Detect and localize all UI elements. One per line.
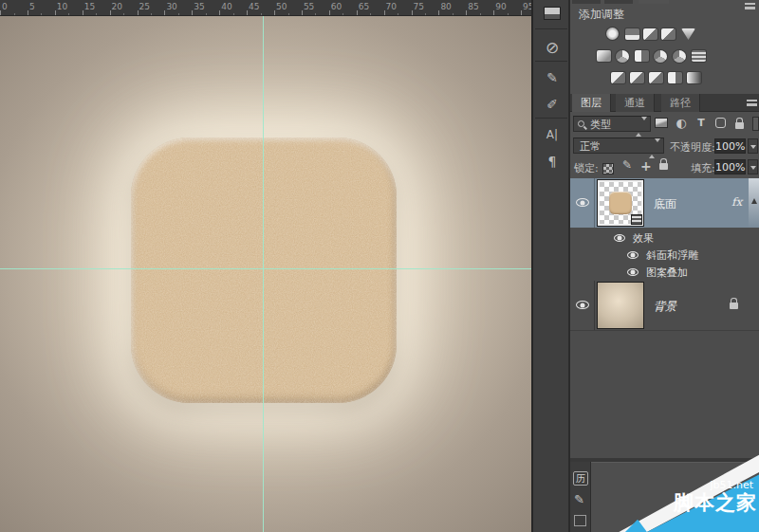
tab-stub-active[interactable] bbox=[639, 0, 669, 4]
ruler-tick bbox=[83, 10, 83, 15]
ruler-tick bbox=[357, 10, 358, 15]
brush-panel-icon[interactable]: ✎ bbox=[540, 66, 565, 89]
checker-glyph bbox=[602, 163, 614, 174]
pixel-layers-filter-icon[interactable] bbox=[654, 116, 669, 130]
threshold-icon[interactable] bbox=[649, 72, 663, 83]
visibility-eye-icon[interactable] bbox=[576, 301, 589, 309]
photo-filter-icon[interactable] bbox=[654, 50, 667, 63]
adjustment-layers-filter-icon[interactable]: ◐ bbox=[674, 116, 689, 130]
selective-color-icon[interactable] bbox=[668, 72, 682, 83]
black-white-icon[interactable] bbox=[635, 50, 649, 62]
tool-presets-icon[interactable]: ✐ bbox=[540, 93, 565, 116]
ruler-label: 20 bbox=[112, 2, 122, 11]
divider bbox=[535, 61, 567, 62]
visibility-eye-icon[interactable] bbox=[614, 234, 625, 242]
ruler-tick bbox=[28, 10, 28, 15]
brightness-contrast-icon[interactable] bbox=[606, 28, 619, 40]
image-panel-icon[interactable] bbox=[540, 2, 565, 25]
horizontal-guide[interactable] bbox=[0, 268, 531, 269]
opacity-value[interactable]: 100% bbox=[714, 138, 746, 154]
fx-badge[interactable]: fx bbox=[731, 195, 742, 209]
effect-pattern-label: 图案叠加 bbox=[646, 266, 688, 280]
tab-stub[interactable] bbox=[604, 0, 633, 4]
ruler-label: 15 bbox=[84, 2, 95, 11]
pencil-panel-icon[interactable]: ✎ bbox=[574, 492, 584, 506]
filter-toggle[interactable] bbox=[752, 117, 759, 131]
partial-panel-icon[interactable] bbox=[574, 515, 586, 526]
scrollbar-up-arrow[interactable] bbox=[749, 178, 759, 228]
ruler-label: 75 bbox=[414, 2, 424, 11]
tab-stub[interactable] bbox=[572, 0, 601, 4]
tab-layers[interactable]: 图层 bbox=[572, 94, 611, 112]
shape-glyph bbox=[715, 118, 726, 128]
lock-all-icon[interactable] bbox=[659, 156, 668, 174]
smart-object-filter-icon[interactable] bbox=[731, 116, 747, 130]
visibility-eye-icon[interactable] bbox=[576, 198, 589, 207]
hue-saturation-icon[interactable] bbox=[597, 50, 611, 62]
paragraph-panel-icon[interactable]: ¶ bbox=[540, 150, 565, 173]
tab-channels[interactable]: 通道 bbox=[616, 94, 655, 112]
ruler[interactable]: 05101520253035404550556065707580859095 bbox=[0, 0, 531, 16]
history-panel-icon[interactable]: 历 bbox=[573, 471, 588, 486]
ruler-minor-tick bbox=[480, 13, 481, 15]
ruler-minor-tick bbox=[151, 13, 152, 15]
effect-pattern-row[interactable]: 图案叠加 bbox=[570, 264, 759, 281]
visibility-eye-icon[interactable] bbox=[627, 268, 639, 276]
effect-bevel-row[interactable]: 斜面和浮雕 bbox=[570, 247, 759, 264]
tab-paths[interactable]: 路径 bbox=[661, 94, 700, 112]
ruler-tick bbox=[55, 10, 56, 15]
lock-transparency-icon[interactable] bbox=[602, 160, 614, 178]
exposure-icon[interactable] bbox=[661, 28, 676, 40]
levels-icon[interactable] bbox=[625, 28, 639, 40]
layer-row-dimian[interactable]: 底面 fx bbox=[570, 178, 759, 228]
icon-artwork[interactable] bbox=[131, 138, 397, 403]
gradient-map-icon[interactable] bbox=[687, 72, 701, 83]
blend-mode-dropdown[interactable]: 正常 bbox=[573, 138, 664, 154]
vibrance-icon[interactable] bbox=[681, 28, 695, 40]
shape-layers-filter-icon[interactable] bbox=[713, 116, 728, 130]
ruler-minor-tick bbox=[41, 13, 42, 15]
stepper-icon bbox=[636, 119, 647, 134]
ruler-label: 40 bbox=[221, 2, 231, 11]
ruler-minor-tick bbox=[425, 13, 426, 15]
vertical-guide[interactable] bbox=[263, 16, 264, 532]
ruler-label: 55 bbox=[304, 2, 314, 11]
color-lookup-icon[interactable] bbox=[692, 50, 706, 62]
invert-icon[interactable] bbox=[611, 72, 625, 83]
pattern-badge-icon bbox=[631, 214, 642, 225]
layer-thumbnail[interactable] bbox=[597, 282, 644, 329]
document-canvas[interactable] bbox=[0, 16, 531, 532]
filter-kind-dropdown[interactable]: 类型 bbox=[573, 116, 651, 132]
posterize-icon[interactable] bbox=[630, 72, 644, 83]
ruler-minor-tick bbox=[178, 13, 179, 15]
lock-position-icon[interactable]: + bbox=[640, 158, 652, 174]
color-balance-icon[interactable] bbox=[616, 50, 629, 63]
fill-dropdown-arrow[interactable] bbox=[748, 159, 758, 174]
curves-icon[interactable] bbox=[643, 28, 657, 40]
ruler-tick bbox=[274, 10, 275, 15]
clone-source-icon[interactable]: ⊘ bbox=[540, 36, 565, 59]
layer-name[interactable]: 底面 bbox=[654, 196, 676, 212]
channel-mixer-icon[interactable] bbox=[673, 50, 686, 63]
type-layers-filter-icon[interactable]: T bbox=[694, 116, 709, 130]
ruler-tick bbox=[110, 10, 111, 15]
blend-mode-value: 正常 bbox=[580, 139, 601, 154]
layer-list: 底面 fx 效果 斜面和浮雕 图案叠加 bbox=[570, 178, 759, 458]
visibility-eye-icon[interactable] bbox=[627, 251, 639, 259]
adjustments-title: 添加调整 bbox=[579, 7, 624, 23]
bottom-icons-strip: 历 ✎ bbox=[570, 462, 591, 532]
opacity-dropdown-arrow[interactable] bbox=[748, 138, 758, 154]
lock-pixels-icon[interactable]: ✎ bbox=[622, 158, 632, 172]
watermark: jb51.net 脚本之家 bbox=[603, 453, 759, 532]
panel-menu-icon[interactable] bbox=[745, 3, 755, 9]
character-panel-icon[interactable]: A| bbox=[540, 123, 565, 146]
fill-label: 填充: bbox=[691, 161, 715, 175]
fill-value[interactable]: 100% bbox=[714, 159, 746, 174]
divider bbox=[535, 118, 567, 119]
panel-menu-icon[interactable] bbox=[747, 100, 757, 106]
effects-row[interactable]: 效果 bbox=[570, 229, 759, 247]
layer-name[interactable]: 背景 bbox=[654, 299, 676, 315]
layer-thumbnail[interactable] bbox=[597, 179, 644, 227]
ruler-label: 5 bbox=[29, 2, 35, 11]
layer-row-background[interactable]: 背景 bbox=[570, 281, 759, 330]
